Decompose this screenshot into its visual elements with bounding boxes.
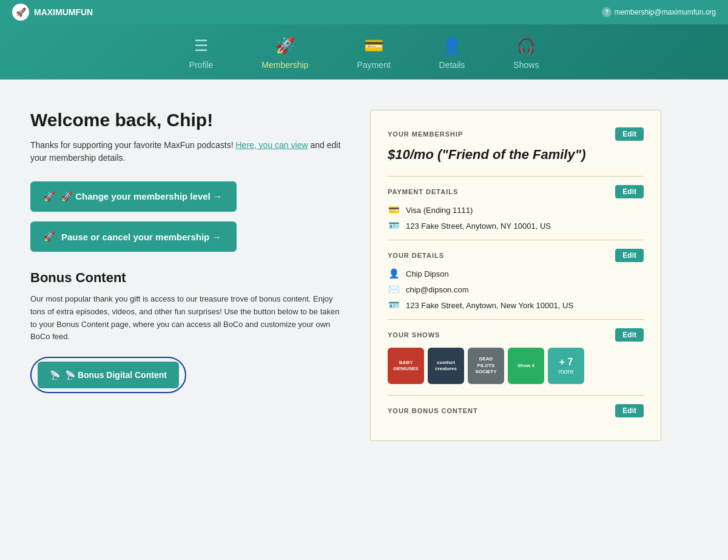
bonus-section-label: YOUR BONUS CONTENT bbox=[388, 407, 478, 414]
details-email-row: ✉️ chip@dipson.com bbox=[388, 284, 644, 295]
rocket-icon: 🚀 bbox=[44, 191, 55, 202]
bonus-section-header: YOUR BONUS CONTENT Edit bbox=[388, 404, 644, 417]
help-icon: ? bbox=[602, 7, 612, 17]
payment-label: Payment bbox=[357, 60, 390, 70]
profile-icon: ☰ bbox=[194, 36, 208, 55]
rss-icon: 📡 bbox=[50, 370, 60, 380]
details-section-header: YOUR DETAILS Edit bbox=[388, 249, 644, 262]
membership-section-label: YOUR MEMBERSHIP bbox=[388, 130, 463, 138]
shows-edit-button[interactable]: Edit bbox=[615, 328, 644, 342]
show-thumb-4: Show 4 bbox=[508, 348, 544, 384]
show-1-bg: BABY GENIUSES bbox=[388, 348, 424, 384]
show-3-label: DEAD PILOTS SOCIETY bbox=[468, 354, 504, 377]
logo-text: MAXIMUMFUN bbox=[34, 7, 93, 17]
email-text: membership@maximumfun.org bbox=[614, 8, 716, 16]
show-thumb-2: comfort creatures bbox=[428, 348, 464, 384]
pause-cancel-button[interactable]: 🚀 Pause or cancel your membership → bbox=[30, 221, 237, 252]
topbar: 🚀 MAXIMUMFUN ? membership@maximumfun.org bbox=[0, 0, 728, 24]
card-icon: 💳 bbox=[388, 204, 400, 215]
bonus-divider bbox=[388, 395, 644, 396]
address-icon: 🪪 bbox=[388, 220, 400, 231]
nav-item-profile[interactable]: ☰ Profile bbox=[189, 36, 214, 70]
details-icon: 👤 bbox=[442, 36, 462, 55]
details-name-row: 👤 Chip Dipson bbox=[388, 268, 644, 279]
payment-divider bbox=[388, 176, 644, 177]
details-label: Details bbox=[439, 60, 465, 70]
membership-icon: 🚀 bbox=[275, 36, 295, 55]
shows-grid: BABY GENIUSES comfort creatures DEAD PIL… bbox=[388, 348, 644, 384]
bonus-text: Our most popular thank you gift is acces… bbox=[30, 293, 346, 343]
topbar-email: ? membership@maximumfun.org bbox=[602, 7, 716, 17]
membership-edit-button[interactable]: Edit bbox=[615, 127, 644, 141]
rocket-icon-2: 🚀 bbox=[44, 231, 55, 242]
details-edit-button[interactable]: Edit bbox=[615, 249, 644, 262]
details-section-label: YOUR DETAILS bbox=[388, 252, 444, 259]
bonus-edit-button[interactable]: Edit bbox=[615, 404, 644, 417]
membership-level: $10/mo ("Friend of the Family") bbox=[388, 147, 644, 163]
payment-edit-button[interactable]: Edit bbox=[615, 185, 644, 198]
welcome-link[interactable]: Here, you can view bbox=[236, 140, 308, 150]
nav-item-details[interactable]: 👤 Details bbox=[439, 36, 465, 70]
show-1-label: BABY GENIUSES bbox=[388, 357, 424, 375]
user-icon: 👤 bbox=[388, 268, 400, 279]
membership-tier: ("Friend of the Family") bbox=[437, 147, 586, 162]
main-nav: ☰ Profile 🚀 Membership 💳 Payment 👤 Detai… bbox=[0, 24, 728, 79]
shows-label: Shows bbox=[513, 60, 539, 70]
details-email-text: chip@dipson.com bbox=[406, 285, 469, 294]
right-panel: YOUR MEMBERSHIP Edit $10/mo ("Friend of … bbox=[370, 110, 661, 441]
address-icon-2: 🪪 bbox=[388, 300, 400, 311]
show-4-bg: Show 4 bbox=[508, 348, 544, 384]
bonus-digital-content-button[interactable]: 📡 📡 Bonus Digital Content bbox=[38, 362, 179, 388]
show-4-label: Show 4 bbox=[515, 360, 537, 371]
change-membership-label: 🚀 Change your membership level → bbox=[61, 191, 223, 202]
show-more-label: more bbox=[558, 368, 573, 375]
bonus-btn-wrapper: 📡 📡 Bonus Digital Content bbox=[30, 357, 186, 393]
email-icon: ✉️ bbox=[388, 284, 400, 295]
payment-section-header: PAYMENT DETAILS Edit bbox=[388, 185, 644, 198]
show-2-label: comfort creatures bbox=[428, 357, 464, 375]
nav-item-membership[interactable]: 🚀 Membership bbox=[261, 36, 308, 70]
show-more-count: + 7 bbox=[559, 357, 573, 368]
membership-section-header: YOUR MEMBERSHIP Edit bbox=[388, 127, 644, 141]
show-thumb-1: BABY GENIUSES bbox=[388, 348, 424, 384]
shows-icon: 🎧 bbox=[516, 36, 536, 55]
membership-label: Membership bbox=[261, 60, 308, 70]
details-address-text: 123 Fake Street, Anytown, New York 10001… bbox=[406, 301, 573, 310]
welcome-title: Welcome back, Chip! bbox=[30, 110, 346, 130]
left-panel: Welcome back, Chip! Thanks for supportin… bbox=[30, 110, 346, 393]
nav-item-payment[interactable]: 💳 Payment bbox=[357, 36, 390, 70]
show-more-button[interactable]: + 7 more bbox=[548, 348, 584, 384]
show-thumb-3: DEAD PILOTS SOCIETY bbox=[468, 348, 504, 384]
logo: 🚀 MAXIMUMFUN bbox=[12, 4, 93, 21]
payment-card-row: 💳 Visa (Ending 1111) bbox=[388, 204, 644, 215]
nav-item-shows[interactable]: 🎧 Shows bbox=[513, 36, 539, 70]
bonus-title: Bonus Content bbox=[30, 270, 346, 286]
profile-label: Profile bbox=[189, 60, 214, 70]
payment-address-row: 🪪 123 Fake Street, Anytown, NY 10001, US bbox=[388, 220, 644, 231]
show-2-bg: comfort creatures bbox=[428, 348, 464, 384]
shows-section-label: YOUR SHOWS bbox=[388, 331, 440, 339]
details-name-text: Chip Dipson bbox=[406, 269, 449, 278]
pause-cancel-label: Pause or cancel your membership → bbox=[61, 232, 223, 242]
bonus-btn-label: 📡 Bonus Digital Content bbox=[65, 370, 167, 380]
details-divider bbox=[388, 240, 644, 240]
show-3-bg: DEAD PILOTS SOCIETY bbox=[468, 348, 504, 384]
logo-icon: 🚀 bbox=[12, 4, 29, 21]
change-membership-button[interactable]: 🚀 🚀 Change your membership level → bbox=[30, 181, 237, 212]
bonus-section: YOUR BONUS CONTENT Edit bbox=[388, 395, 644, 417]
payment-icon: 💳 bbox=[364, 36, 383, 55]
shows-section-header: YOUR SHOWS Edit bbox=[388, 328, 644, 342]
details-address-row: 🪪 123 Fake Street, Anytown, New York 100… bbox=[388, 300, 644, 311]
payment-section-label: PAYMENT DETAILS bbox=[388, 188, 458, 195]
main-content: Welcome back, Chip! Thanks for supportin… bbox=[12, 79, 716, 465]
shows-divider bbox=[388, 319, 644, 320]
welcome-text: Thanks for supporting your favorite MaxF… bbox=[30, 139, 346, 164]
payment-card-text: Visa (Ending 1111) bbox=[406, 206, 473, 215]
payment-address-text: 123 Fake Street, Anytown, NY 10001, US bbox=[406, 221, 551, 231]
